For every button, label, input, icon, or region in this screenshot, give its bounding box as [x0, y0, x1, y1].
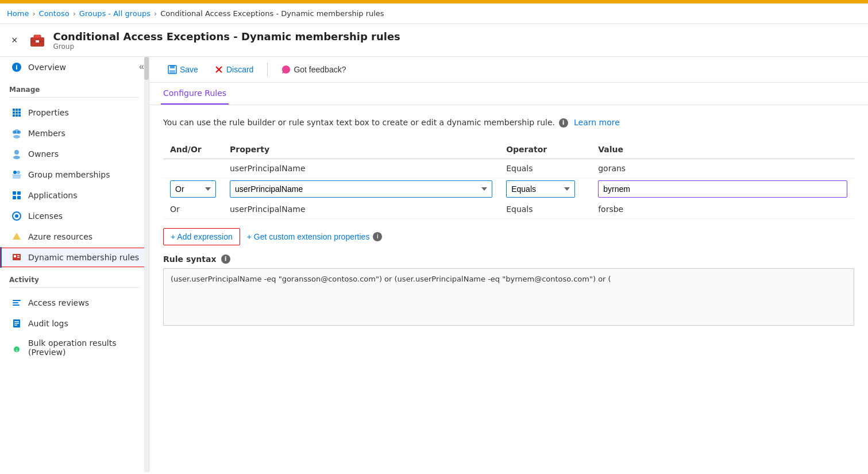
- access-reviews-icon: [11, 297, 22, 309]
- sidebar-item-bulk-operation-label: Bulk operation results (Preview): [28, 338, 140, 357]
- briefcase-icon: [28, 31, 47, 49]
- row2-value: forsbe: [591, 200, 854, 219]
- audit-logs-icon: [11, 318, 22, 329]
- sidebar-item-azure-resources[interactable]: Azure resources: [0, 226, 149, 247]
- sidebar-item-bulk-operation[interactable]: ↓ Bulk operation results (Preview): [0, 334, 149, 361]
- edit-andor-cell: And Or: [163, 178, 223, 201]
- table-row: Or userPrincipalName Equals forsbe: [163, 200, 854, 219]
- sidebar-item-owners[interactable]: Owners: [0, 144, 149, 164]
- svg-rect-8: [18, 109, 21, 111]
- licenses-icon: [11, 210, 22, 222]
- sidebar-item-members-label: Members: [28, 129, 65, 138]
- discard-label: Discard: [226, 65, 253, 74]
- save-icon: [168, 65, 177, 74]
- toolbar-separator: [267, 63, 268, 76]
- svg-rect-12: [13, 114, 15, 117]
- dynamic-membership-icon: [11, 252, 22, 263]
- svg-rect-38: [13, 305, 20, 306]
- svg-rect-35: [17, 257, 20, 258]
- svg-text:i: i: [16, 64, 18, 71]
- sidebar-item-properties-label: Properties: [28, 108, 69, 117]
- svg-rect-1: [34, 35, 41, 38]
- sidebar: « i Overview Manage Properties Members: [0, 57, 149, 472]
- scrollbar-track[interactable]: [144, 57, 149, 472]
- svg-rect-42: [14, 325, 17, 326]
- info-tooltip-icon[interactable]: i: [559, 118, 568, 128]
- svg-point-22: [17, 171, 20, 174]
- sidebar-item-dynamic-membership-rules[interactable]: Dynamic membership rules: [0, 247, 149, 268]
- breadcrumb: Home › Contoso › Groups - All groups › C…: [0, 3, 868, 24]
- page-header: × Conditional Access Exceptions - Dynami…: [0, 24, 868, 57]
- svg-rect-13: [16, 114, 18, 117]
- tab-bar: Configure Rules: [149, 83, 868, 105]
- breadcrumb-sep-1: ›: [32, 9, 35, 18]
- tab-configure-rules[interactable]: Configure Rules: [161, 83, 229, 105]
- breadcrumb-groups[interactable]: Groups - All groups: [79, 9, 151, 18]
- rule-syntax-box[interactable]: (user.userPrincipalName -eq "goransson@c…: [163, 268, 854, 326]
- add-expression-button[interactable]: + Add expression: [163, 228, 240, 245]
- rule-syntax-info-icon[interactable]: i: [221, 255, 230, 264]
- sidebar-item-applications[interactable]: Applications: [0, 185, 149, 206]
- sidebar-item-access-reviews-label: Access reviews: [28, 298, 89, 307]
- header-icon: [27, 30, 48, 51]
- feedback-label: Got feedback?: [294, 65, 346, 74]
- svg-rect-7: [16, 109, 18, 111]
- learn-more-link[interactable]: Learn more: [574, 118, 620, 127]
- svg-point-21: [13, 171, 17, 174]
- close-button[interactable]: ×: [9, 32, 20, 49]
- svg-rect-27: [13, 196, 16, 199]
- breadcrumb-home[interactable]: Home: [7, 9, 29, 18]
- svg-marker-31: [13, 233, 21, 240]
- operator-select[interactable]: Equals Not Equals Contains Not Contains: [506, 180, 575, 198]
- content-area: Save Discard Got feedback? Configure Rul…: [149, 57, 868, 472]
- svg-rect-28: [17, 196, 21, 199]
- svg-rect-36: [13, 300, 21, 301]
- svg-rect-24: [12, 175, 21, 175]
- sidebar-divider-manage: [9, 97, 140, 98]
- sidebar-collapse-button[interactable]: «: [139, 61, 144, 72]
- svg-rect-26: [17, 191, 21, 195]
- sidebar-item-access-reviews[interactable]: Access reviews: [0, 292, 149, 313]
- row1-property: userPrincipalName: [223, 159, 499, 178]
- sidebar-item-audit-logs[interactable]: Audit logs: [0, 313, 149, 334]
- breadcrumb-current: Conditional Access Exceptions - Dynamic …: [160, 9, 384, 18]
- sidebar-item-applications-label: Applications: [28, 191, 78, 200]
- sidebar-item-licenses-label: Licenses: [28, 211, 63, 221]
- info-icon: i: [11, 61, 22, 73]
- sidebar-item-properties[interactable]: Properties: [0, 102, 149, 123]
- header-text: Conditional Access Exceptions - Dynamic …: [53, 30, 400, 51]
- value-input[interactable]: [598, 180, 847, 198]
- get-custom-extension-button[interactable]: + Get custom extension properties i: [240, 229, 391, 245]
- bulk-operation-icon: ↓: [11, 342, 22, 353]
- svg-rect-33: [14, 255, 16, 257]
- sidebar-item-licenses[interactable]: Licenses: [0, 206, 149, 226]
- svg-rect-41: [14, 323, 19, 324]
- svg-rect-46: [170, 65, 175, 68]
- sidebar-item-overview-label: Overview: [28, 63, 66, 72]
- breadcrumb-contoso[interactable]: Contoso: [39, 9, 70, 18]
- sidebar-item-members[interactable]: Members: [0, 123, 149, 144]
- feedback-button[interactable]: Got feedback?: [275, 61, 353, 78]
- col-value: Value: [591, 140, 854, 159]
- edit-operator-cell: Equals Not Equals Contains Not Contains: [499, 178, 591, 201]
- info-text: You can use the rule builder or rule syn…: [163, 117, 854, 129]
- table-header-row: And/Or Property Operator Value: [163, 140, 854, 159]
- breadcrumb-sep-3: ›: [154, 9, 157, 18]
- discard-button[interactable]: Discard: [207, 61, 260, 78]
- sidebar-item-azure-resources-label: Azure resources: [28, 232, 92, 241]
- sidebar-item-group-memberships[interactable]: Group memberships: [0, 164, 149, 185]
- svg-rect-25: [13, 191, 16, 195]
- info-text-content: You can use the rule builder or rule syn…: [163, 118, 555, 127]
- row2-operator: Equals: [499, 200, 591, 219]
- properties-icon: [11, 107, 22, 118]
- property-select[interactable]: userPrincipalName department displayName…: [230, 180, 492, 198]
- svg-text:↓: ↓: [15, 348, 19, 353]
- andor-select[interactable]: And Or: [170, 180, 216, 198]
- custom-ext-info-icon[interactable]: i: [373, 232, 382, 241]
- sidebar-item-overview[interactable]: i Overview: [0, 57, 149, 78]
- svg-rect-14: [18, 114, 21, 117]
- save-button[interactable]: Save: [161, 61, 205, 78]
- page-subtitle: Group: [53, 43, 400, 51]
- table-row-edit: And Or userPrincipalName department disp…: [163, 178, 854, 201]
- sidebar-activity-label: Activity: [0, 268, 149, 287]
